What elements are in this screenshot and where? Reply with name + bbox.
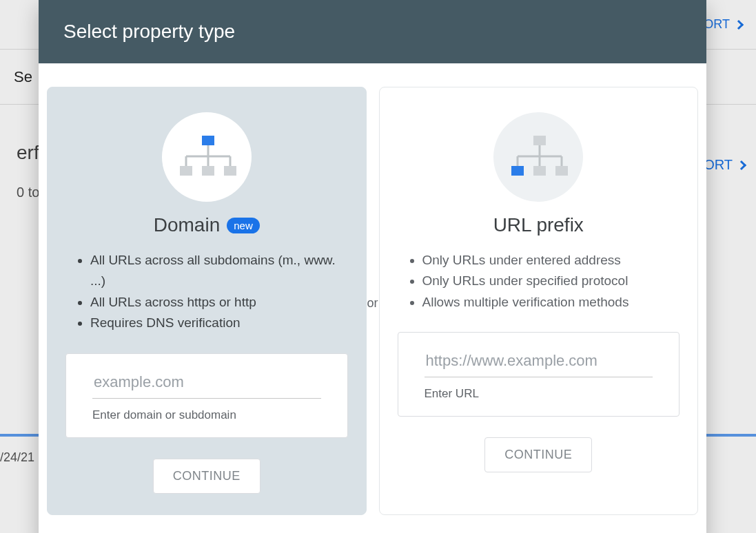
new-badge: new xyxy=(227,218,260,233)
property-cards-row: or Domain new xyxy=(39,63,706,533)
domain-property-card[interactable]: Domain new All URLs across all subdomain… xyxy=(47,87,367,515)
url-prefix-input-help: Enter URL xyxy=(425,387,653,401)
domain-features-list: All URLs across all subdomains (m., www.… xyxy=(65,250,348,334)
select-property-type-modal: Select property type or Domain xyxy=(39,0,706,533)
url-prefix-features-list: Only URLs under entered address Only URL… xyxy=(398,250,680,313)
or-divider-label: or xyxy=(367,296,378,311)
url-prefix-input[interactable] xyxy=(425,348,653,377)
domain-continue-button[interactable]: CONTINUE xyxy=(153,459,260,494)
list-item: Only URLs under specified protocol xyxy=(422,271,680,291)
url-prefix-icon-circle xyxy=(493,112,583,202)
domain-input-box: Enter domain or subdomain xyxy=(65,353,348,438)
modal-title: Select property type xyxy=(39,0,706,63)
sitemap-icon xyxy=(509,136,568,178)
svg-rect-0 xyxy=(202,136,214,145)
list-item: All URLs across all subdomains (m., www.… xyxy=(90,250,348,292)
svg-rect-8 xyxy=(224,166,236,176)
sitemap-icon xyxy=(177,136,236,178)
url-prefix-input-box: Enter URL xyxy=(398,332,680,417)
url-prefix-continue-button[interactable]: CONTINUE xyxy=(484,437,592,472)
domain-input-help: Enter domain or subdomain xyxy=(92,408,321,422)
list-item: Allows multiple verification methods xyxy=(422,292,680,313)
domain-icon-circle xyxy=(162,112,252,202)
url-prefix-property-card[interactable]: URL prefix Only URLs under entered addre… xyxy=(379,87,699,515)
svg-rect-9 xyxy=(533,136,546,145)
domain-input[interactable] xyxy=(92,369,321,399)
list-item: Only URLs under entered address xyxy=(422,250,680,271)
svg-rect-15 xyxy=(511,166,524,176)
svg-rect-16 xyxy=(533,166,546,176)
list-item: All URLs across https or http xyxy=(90,292,348,313)
url-prefix-card-title: URL prefix xyxy=(493,214,584,236)
svg-rect-17 xyxy=(555,166,568,176)
svg-rect-7 xyxy=(202,166,214,176)
svg-rect-6 xyxy=(180,166,192,176)
domain-card-title: Domain xyxy=(154,214,220,236)
list-item: Requires DNS verification xyxy=(90,313,348,333)
